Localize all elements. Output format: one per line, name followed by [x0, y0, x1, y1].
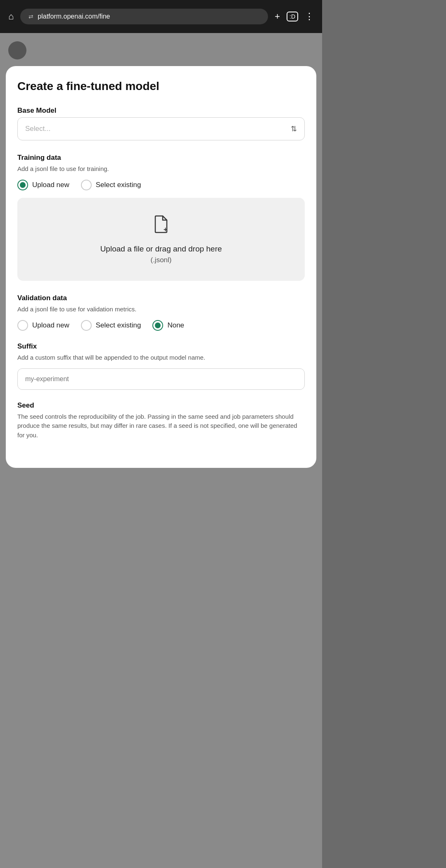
validation-none-option[interactable]: None [152, 320, 184, 331]
training-select-existing-radio[interactable] [81, 180, 92, 190]
training-data-label: Training data [17, 154, 305, 162]
seed-desc: The seed controls the reproducibility of… [17, 412, 305, 440]
training-upload-new-radio[interactable] [17, 180, 28, 190]
validation-upload-new-option[interactable]: Upload new [17, 320, 69, 331]
training-data-section: Training data Add a jsonl file to use fo… [17, 154, 305, 281]
address-bar[interactable]: ⇄ platform.openai.com/fine [20, 9, 268, 24]
training-upload-new-option[interactable]: Upload new [17, 180, 69, 190]
suffix-label: Suffix [17, 342, 305, 351]
training-drop-zone[interactable]: + Upload a file or drag and drop here (.… [17, 198, 305, 281]
drop-zone-text: Upload a file or drag and drop here [100, 244, 222, 254]
seed-label: Seed [17, 401, 305, 410]
suffix-input[interactable] [17, 368, 305, 390]
validation-upload-new-radio[interactable] [17, 320, 28, 331]
background-area: Create a fine-tuned model Base Model Sel… [0, 33, 322, 868]
training-data-desc: Add a jsonl file to use for training. [17, 164, 305, 173]
card-title: Create a fine-tuned model [17, 79, 305, 93]
training-upload-new-label: Upload new [32, 181, 69, 189]
validation-upload-new-label: Upload new [32, 321, 69, 330]
suffix-section: Suffix Add a custom suffix that will be … [17, 342, 305, 390]
validation-select-existing-option[interactable]: Select existing [81, 320, 141, 331]
training-select-existing-label: Select existing [96, 181, 141, 189]
seed-section: Seed The seed controls the reproducibili… [17, 401, 305, 440]
chevron-down-icon: ⇅ [291, 124, 297, 133]
validation-select-existing-radio[interactable] [81, 320, 92, 331]
training-select-existing-option[interactable]: Select existing [81, 180, 141, 190]
suffix-desc: Add a custom suffix that will be appende… [17, 353, 305, 362]
validation-data-section: Validation data Add a jsonl file to use … [17, 294, 305, 331]
validation-data-label: Validation data [17, 294, 305, 302]
profile-icon[interactable]: :D [287, 12, 298, 21]
avatar [8, 41, 26, 59]
svg-text:+: + [164, 226, 167, 233]
base-model-placeholder: Select... [25, 125, 50, 133]
validation-select-existing-label: Select existing [96, 321, 141, 330]
more-menu-icon[interactable]: ⋮ [305, 11, 314, 22]
validation-none-label: None [167, 321, 184, 330]
home-icon[interactable]: ⌂ [8, 11, 14, 22]
base-model-section: Base Model Select... ⇅ [17, 107, 305, 140]
create-fine-tuned-model-card: Create a fine-tuned model Base Model Sel… [6, 66, 316, 468]
validation-data-radio-group: Upload new Select existing None [17, 320, 305, 331]
drop-zone-ext: (.jsonl) [150, 256, 171, 264]
browser-bar: ⌂ ⇄ platform.openai.com/fine + :D ⋮ [0, 0, 322, 33]
add-tab-icon[interactable]: + [275, 11, 280, 22]
url-text: platform.openai.com/fine [38, 13, 110, 20]
base-model-dropdown[interactable]: Select... ⇅ [17, 117, 305, 140]
validation-data-desc: Add a jsonl file to use for validation m… [17, 305, 305, 313]
base-model-label: Base Model [17, 107, 305, 115]
validation-none-radio[interactable] [152, 320, 163, 331]
upload-file-icon: + [151, 214, 171, 238]
training-data-radio-group: Upload new Select existing [17, 180, 305, 190]
